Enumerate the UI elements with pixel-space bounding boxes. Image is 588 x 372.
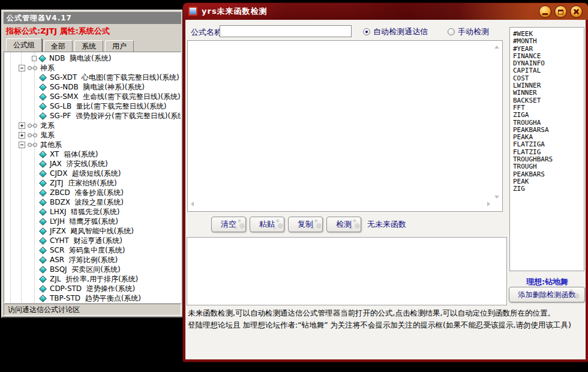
function-list-item[interactable]: TROUGH [513, 163, 584, 170]
tree-item[interactable]: TBP-STD 趋势平衡点(系统) [4, 293, 181, 303]
formula-text-area[interactable] [187, 40, 503, 212]
tree-item-label: TBP-STD 趋势平衡点(系统) [50, 293, 141, 303]
tree-item[interactable]: SG-PF 强势股评分(需下载完整日线)(系统) [4, 111, 181, 121]
formula-diamond-icon [39, 189, 47, 197]
minimize-button[interactable] [539, 5, 551, 18]
tree-item[interactable]: JFZX 飓风智能中线(系统) [4, 226, 181, 236]
group-link-icon [28, 142, 37, 148]
function-list[interactable]: #WEEK #MONTH #YEAR FINANCE DYNAINFO CAPI… [509, 27, 584, 271]
tree-item[interactable]: BDZX 波段之星(系统) [4, 197, 181, 207]
tree-item[interactable]: NDB 脑电波(系统) [4, 53, 181, 63]
function-list-item[interactable]: CAPITAL [513, 67, 584, 74]
help-text-line1: 未来函数检测,可以自动检测通达信公式管理器当前打开的公式,点击检测结果,可以自动… [188, 307, 584, 319]
radio-auto-detect[interactable]: 自动检测通达信 [363, 26, 428, 37]
tree-item-label: ZJL 折价率,用于排序(系统) [50, 274, 138, 284]
function-list-item[interactable]: TROUGHA [513, 119, 584, 127]
tree-item[interactable]: ZJTJ 庄家抬轿(系统) [4, 178, 181, 188]
function-list-item[interactable]: WINNER [513, 89, 584, 97]
tree-item-label: XT 箱体(系统) [50, 149, 98, 159]
clear-button[interactable]: 清空 [211, 217, 246, 232]
tree-item[interactable]: JAX 济安线(系统) [4, 159, 181, 169]
tree-item[interactable]: 其他系 [4, 140, 181, 149]
copy-button[interactable]: 复制 [288, 217, 323, 232]
tab[interactable]: 系统 [74, 40, 103, 52]
desktop: 公式管理器V4.17 指标公式:ZJTJ 属性:系统公式 公式组 全部 系统 用… [0, 0, 588, 372]
tree-item[interactable]: ASR 浮筹比例(系统) [4, 255, 181, 265]
tree-item-label: SG-NDB 脑电波(神系)(系统) [50, 82, 145, 92]
tab[interactable]: 全部 [44, 40, 73, 52]
tree-item[interactable]: 龙系 [4, 121, 181, 130]
formula-diamond-icon [39, 151, 47, 158]
formula-tree[interactable]: NDB 脑电波(系统) 神系 [4, 52, 181, 303]
tree-item-label: SCR 筹码集中度(系统) [50, 245, 125, 255]
add-remove-functions-button[interactable]: 添加删除检测函数 [509, 287, 585, 302]
tree-item-label: 神系 [40, 63, 55, 73]
tree-item-label: 其他系 [40, 140, 62, 149]
formula-diamond-icon [39, 295, 47, 302]
tree-item[interactable]: XT 箱体(系统) [4, 149, 181, 159]
tree-toggle-icon[interactable] [19, 132, 25, 139]
tree-item[interactable]: 神系 [4, 63, 181, 73]
tree-item-label: 龙系 [40, 121, 55, 130]
minimize-icon [542, 13, 548, 15]
dialog-icon [188, 7, 197, 16]
maximize-icon [558, 10, 563, 14]
radio-selected-icon[interactable] [363, 28, 370, 35]
formula-diamond-icon [39, 218, 47, 226]
formula-name-input[interactable] [220, 25, 352, 37]
result-text-area[interactable] [187, 237, 507, 305]
close-button[interactable] [570, 5, 583, 18]
tree-item[interactable]: BSQJ 买卖区间(系统) [4, 265, 181, 274]
tree-item[interactable]: LHXJ 猎狐先觉(系统) [4, 207, 181, 217]
formula-diamond-icon [39, 266, 47, 274]
tree-item-label: LYJH 猎鹰牙狐(系统) [50, 217, 118, 226]
tree-item[interactable]: SG-LB 量比(需下载完整日线)(系统) [4, 101, 181, 111]
function-list-item[interactable]: #MONTH [513, 38, 584, 45]
tree-item-label: SG-PF 强势股评分(需下载完整日线)(系统) [50, 111, 181, 121]
dialog-titlebar[interactable]: yrs未来函数检测 [183, 3, 588, 20]
formula-diamond-icon [39, 256, 47, 264]
detect-button[interactable]: 检测 [326, 217, 361, 232]
function-list-item[interactable]: ZIG [513, 185, 584, 193]
radio-manual-detect[interactable]: 手动检测 [448, 26, 489, 37]
function-list-item[interactable]: ZIGA [513, 112, 584, 119]
tab[interactable]: 用户 [105, 40, 134, 52]
formula-diamond-icon [39, 227, 47, 235]
radio-unselected-icon[interactable] [448, 28, 455, 35]
maximize-button[interactable] [554, 5, 567, 18]
tree-item[interactable]: CJDX 超级短线(系统) [4, 169, 181, 178]
formula-diamond-icon [39, 285, 47, 293]
formula-diamond-icon [39, 275, 47, 283]
tree-toggle-icon[interactable] [19, 122, 25, 129]
tree-item[interactable]: SG-SMX 生命线(需下载完整日线)(系统) [4, 92, 181, 101]
scroll-down-icon[interactable] [494, 196, 499, 199]
radio-auto-label[interactable]: 自动检测通达信 [373, 26, 428, 37]
tree-item[interactable]: CDP-STD 逆势操作(系统) [4, 284, 181, 293]
window-titlebar[interactable]: 公式管理器V4.17 [4, 12, 181, 24]
paste-button[interactable]: 粘贴 [250, 217, 284, 232]
tree-item[interactable]: ZJL 折价率,用于排序(系统) [4, 274, 181, 284]
tree-item[interactable]: LYJH 猎鹰牙狐(系统) [4, 217, 181, 226]
tree-item[interactable]: SG-NDB 脑电波(神系)(系统) [4, 82, 181, 92]
tree-item[interactable]: SG-XDT 心电图(需下载完整日线)(系统) [4, 73, 181, 82]
tree-item[interactable]: CYHT 财运亨通(系统) [4, 236, 181, 245]
doc-icon [32, 56, 37, 61]
formula-diamond-icon [39, 199, 47, 206]
formula-diamond-icon [39, 208, 47, 216]
tree-item[interactable]: SCR 筹码集中度(系统) [4, 245, 181, 255]
formula-diamond-icon [39, 160, 47, 168]
scroll-right-icon[interactable] [487, 202, 490, 206]
radio-manual-label[interactable]: 手动检测 [458, 26, 489, 37]
tree-item[interactable]: ZBCD 准备抄底(系统) [4, 188, 181, 197]
function-list-item[interactable]: FLATZIGA [513, 141, 584, 148]
tree-item[interactable]: 鬼系 [4, 130, 181, 140]
formula-diamond-icon [39, 83, 47, 91]
scroll-up-icon[interactable] [494, 46, 499, 49]
tree-toggle-icon[interactable] [19, 142, 25, 148]
scroll-left-icon[interactable] [191, 202, 194, 206]
tree-toggle-icon[interactable] [19, 65, 25, 71]
formula-diamond-icon [39, 247, 47, 254]
status-bar-link[interactable]: 访问通达信公式讨论区 [4, 304, 181, 316]
dialog-body: 公式名称 自动检测通达信 手动检测 清空 粘贴 复制 检测 无未来函数 [185, 20, 586, 359]
tab[interactable]: 公式组 [6, 38, 42, 52]
